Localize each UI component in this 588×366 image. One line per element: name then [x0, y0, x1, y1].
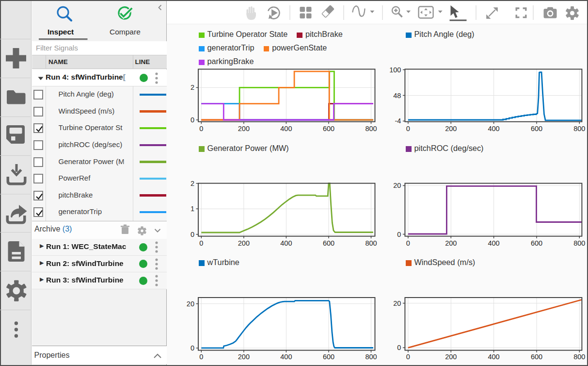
svg-text:400: 400: [280, 239, 292, 247]
svg-text:20: 20: [393, 299, 401, 307]
svg-text:0: 0: [199, 239, 203, 247]
svg-text:600: 600: [323, 239, 334, 247]
svg-text:100: 100: [389, 66, 401, 74]
svg-text:0: 0: [406, 125, 410, 133]
svg-text:200: 200: [238, 125, 250, 133]
svg-text:0: 0: [406, 239, 410, 247]
svg-text:0: 0: [199, 353, 203, 361]
svg-text:20: 20: [187, 300, 194, 308]
svg-text:600: 600: [531, 353, 542, 361]
svg-text:20: 20: [393, 182, 401, 189]
svg-text:200: 200: [238, 353, 250, 361]
svg-text:2: 2: [191, 180, 194, 187]
svg-text:48: 48: [393, 92, 401, 100]
svg-text:0: 0: [191, 116, 194, 124]
svg-text:800: 800: [573, 353, 585, 361]
svg-text:0: 0: [397, 344, 401, 351]
svg-text:0: 0: [406, 353, 410, 361]
svg-text:800: 800: [365, 239, 377, 247]
svg-text:600: 600: [531, 125, 542, 133]
svg-text:800: 800: [573, 125, 585, 133]
svg-text:0: 0: [191, 231, 194, 238]
svg-text:200: 200: [445, 125, 457, 133]
svg-text:400: 400: [488, 125, 499, 133]
svg-text:200: 200: [445, 353, 457, 361]
svg-text:400: 400: [488, 353, 499, 361]
svg-text:800: 800: [573, 239, 585, 247]
svg-text:400: 400: [280, 125, 292, 133]
svg-text:800: 800: [365, 125, 377, 133]
svg-text:400: 400: [280, 353, 292, 361]
svg-text:-4: -4: [395, 117, 401, 125]
svg-text:800: 800: [365, 353, 377, 361]
svg-text:400: 400: [488, 239, 499, 247]
svg-text:600: 600: [323, 353, 334, 361]
svg-text:0: 0: [199, 125, 203, 133]
svg-text:600: 600: [323, 125, 334, 133]
svg-text:0: 0: [397, 231, 401, 238]
svg-text:0: 0: [191, 344, 194, 352]
svg-text:1: 1: [191, 205, 194, 213]
svg-text:200: 200: [445, 239, 457, 247]
svg-text:2: 2: [191, 83, 194, 91]
svg-text:200: 200: [238, 239, 250, 247]
svg-text:600: 600: [531, 239, 542, 247]
